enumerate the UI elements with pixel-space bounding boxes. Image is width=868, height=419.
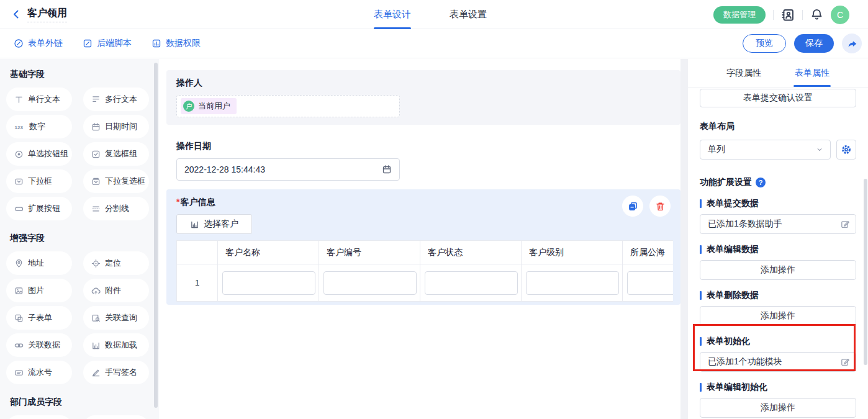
cell [319, 264, 420, 302]
back-icon[interactable] [11, 9, 21, 19]
column-header: 客户级别 [522, 241, 623, 264]
sidebar-item-image[interactable]: 图片 [6, 279, 72, 302]
sidebar-item-divider-line[interactable]: 分割线 [83, 197, 149, 220]
sidebar-item-dropdown-multi[interactable]: 下拉复选框 [83, 169, 149, 193]
cell-input[interactable] [627, 271, 673, 295]
layout-select-value: 单列 [708, 144, 725, 155]
toolbar-links: 表单外链 后端脚本 数据权限 [14, 38, 201, 49]
submit-data-value-box[interactable]: 已添加1条数据助手 [700, 214, 856, 234]
panel-scrollbar[interactable] [864, 179, 867, 365]
sidebar-scrollbar[interactable] [154, 63, 158, 408]
basic-fields-grid: 单行文本 多行文本 123 数字 日期时间 单选按钮组 [6, 88, 151, 220]
sidebar-item-data-load[interactable]: 数据加载 [83, 333, 149, 357]
bell-icon[interactable] [810, 8, 823, 21]
divider [773, 10, 774, 20]
copy-icon[interactable] [622, 196, 643, 217]
designer-body: 基础字段 单行文本 多行文本 123 数字 日期时间 [0, 59, 868, 419]
current-user-tag[interactable]: 户 当前用户 [181, 98, 237, 114]
sidebar-item-subform[interactable]: 子表单 [6, 306, 72, 330]
sidebar-item-signature[interactable]: 手写签名 [83, 361, 149, 384]
serial-number-icon [14, 368, 24, 377]
locate-icon [91, 259, 101, 268]
tab-form-properties[interactable]: 表单属性 [795, 59, 830, 87]
sidebar-item-datetime[interactable]: 日期时间 [83, 115, 149, 138]
sidebar-item-multi-line-text[interactable]: 多行文本 [83, 88, 149, 111]
edit-data-add-action-button[interactable]: 添加操作 [700, 260, 856, 280]
external-link-icon [14, 38, 24, 48]
data-permission-link[interactable]: 数据权限 [151, 38, 201, 49]
section-bar [700, 245, 702, 254]
tab-field-properties[interactable]: 字段属性 [726, 59, 761, 87]
cell-input[interactable] [222, 271, 315, 295]
cell [420, 264, 522, 302]
form-external-link[interactable]: 表单外链 [14, 38, 63, 49]
section-label-form-init: 表单初始化 [700, 336, 856, 347]
data-manage-button[interactable]: 数据管理 [713, 6, 766, 24]
page-title[interactable]: 客户领用 [27, 7, 67, 22]
svg-text:123: 123 [15, 124, 24, 130]
layout-select[interactable]: 单列 [700, 140, 831, 160]
toolbar-actions: 预览 保存 [743, 34, 862, 53]
sidebar-item-attachment[interactable]: 附件 [83, 279, 149, 302]
tab-form-design[interactable]: 表单设计 [374, 0, 411, 29]
sidebar-item-related-data[interactable]: 关联数据 [6, 333, 72, 357]
sidebar-item-checkbox-group[interactable]: 复选框组 [83, 142, 149, 166]
image-icon [14, 286, 24, 295]
save-button[interactable]: 保存 [794, 34, 834, 53]
customer-subtable: 客户名称 客户编号 客户状态 客户级别 所属公海 1 [176, 240, 673, 302]
backend-script-link[interactable]: 后端脚本 [83, 38, 132, 49]
panel-tabs: 字段属性 表单属性 [688, 59, 868, 88]
sidebar-item-dropdown[interactable]: 下拉框 [6, 169, 72, 193]
cell-input[interactable] [526, 271, 619, 295]
select-customer-button[interactable]: 选择客户 [176, 214, 252, 234]
sidebar-item-radio-group[interactable]: 单选按钮组 [6, 142, 72, 166]
dropdown-multi-icon [91, 177, 101, 186]
gear-icon [841, 144, 852, 155]
sidebar-item-locate[interactable]: 定位 [83, 251, 149, 275]
operator-value-box[interactable]: 户 当前用户 [176, 95, 400, 117]
section-bar [700, 383, 702, 392]
related-query-icon [91, 313, 101, 323]
sidebar-item-member-multi[interactable]: 成员多选 [83, 415, 149, 419]
section-title-member-fields: 部门成员字段 [10, 397, 151, 408]
field-operator[interactable]: 操作人 户 当前用户 [166, 70, 680, 125]
tab-form-settings[interactable]: 表单设置 [450, 0, 487, 29]
sidebar-item-expand-button[interactable]: 扩展按钮 [6, 197, 72, 220]
sidebar-item-serial-number[interactable]: 流水号 [6, 361, 72, 384]
section-title-basic-fields: 基础字段 [10, 69, 151, 80]
header-tabs: 表单设计 表单设置 [374, 0, 487, 29]
submit-confirm-settings-button[interactable]: 表单提交确认设置 [700, 89, 856, 107]
sidebar-item-address[interactable]: 地址 [6, 251, 72, 275]
field-customer-info[interactable]: *客户信息 选择客户 [166, 189, 680, 305]
cell-input[interactable] [425, 271, 518, 295]
help-question-icon[interactable]: ? [756, 178, 766, 187]
field-operate-date[interactable]: 操作日期 2022-12-28 15:44:43 [166, 133, 680, 181]
date-input[interactable]: 2022-12-28 15:44:43 [176, 158, 400, 181]
edit-icon[interactable] [840, 357, 850, 367]
share-button[interactable] [842, 34, 862, 53]
edit-icon[interactable] [840, 219, 850, 229]
delete-data-add-action-button[interactable]: 添加操作 [700, 306, 856, 326]
related-data-icon [14, 341, 24, 350]
checkbox-group-icon [91, 150, 101, 159]
sidebar-item-number[interactable]: 123 数字 [6, 115, 72, 138]
form-layout-label: 表单布局 [700, 121, 856, 132]
sidebar-item-single-line-text[interactable]: 单行文本 [6, 88, 72, 111]
expand-button-icon [14, 204, 24, 214]
sidebar-item-member-single[interactable]: 成员单选 [6, 415, 72, 419]
layout-settings-button[interactable] [836, 140, 856, 160]
trash-icon[interactable] [649, 196, 671, 217]
required-mark: * [176, 197, 179, 207]
data-load-icon [91, 341, 101, 350]
sidebar-item-related-query[interactable]: 关联查询 [83, 306, 149, 330]
share-arrow-icon [847, 38, 857, 49]
cell-input[interactable] [323, 271, 417, 295]
member-fields-grid: 成员单选 成员多选 [6, 415, 151, 419]
preview-button[interactable]: 预览 [743, 34, 786, 53]
user-avatar[interactable]: C [831, 6, 849, 24]
form-designer-app: 客户领用 表单设计 表单设置 数据管理 [0, 0, 868, 419]
form-init-value-box[interactable]: 已添加1个功能模块 [700, 352, 856, 372]
edit-init-add-action-button[interactable]: 添加操作 [700, 398, 856, 418]
subform-icon [14, 313, 24, 323]
contacts-icon[interactable] [781, 8, 795, 22]
